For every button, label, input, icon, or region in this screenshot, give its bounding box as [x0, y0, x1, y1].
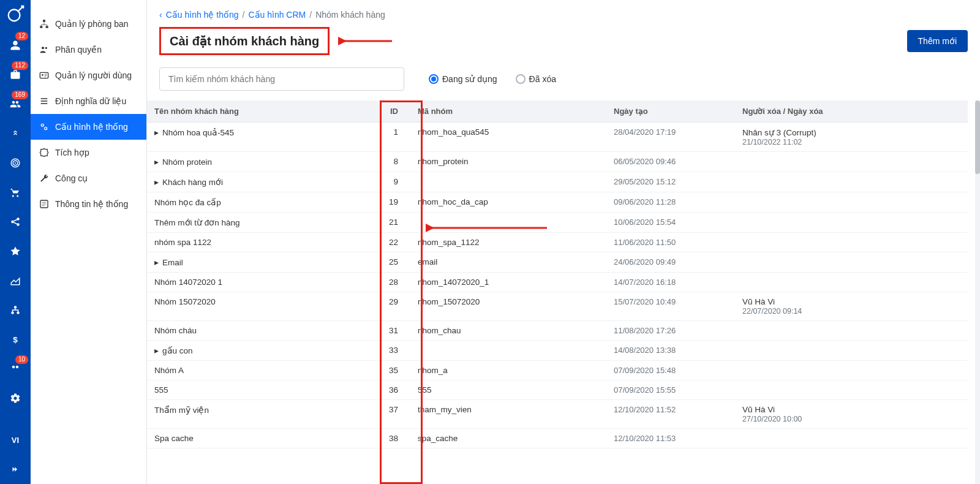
scrollbar[interactable]: [975, 100, 980, 484]
sidebar-item-data-def[interactable]: Định nghĩa dữ liệu: [31, 88, 146, 114]
sidebar-item-users[interactable]: Quản lý người dùng: [31, 62, 146, 88]
cell-deleted: [735, 361, 968, 380]
caret-right-icon: ▸: [154, 128, 159, 137]
table-row[interactable]: Spa cache38spa_cache12/10/2020 11:53: [147, 429, 968, 448]
cell-deleted: [735, 273, 968, 292]
cell-deleted: [735, 252, 968, 273]
th-name[interactable]: Tên nhóm khách hàng: [147, 100, 368, 123]
iconbar-item-share[interactable]: [0, 207, 31, 236]
cell-deleted: [735, 429, 968, 448]
puzzle-icon: [39, 148, 49, 157]
iconbar-item-target[interactable]: [0, 148, 31, 178]
cell-code: spa_cache: [410, 429, 606, 448]
iconbar-item-handshake[interactable]: [0, 119, 31, 148]
filter-deleted-radio[interactable]: Đã xóa: [516, 74, 556, 84]
th-created[interactable]: Ngày tạo: [606, 100, 735, 123]
cell-name: Thẩm mỹ viện: [147, 400, 368, 429]
table-row[interactable]: Nhóm A35nhom_a07/09/2020 15:48: [147, 361, 968, 380]
sidebar-item-label: Định nghĩa dữ liệu: [55, 96, 126, 106]
sidebar-item-integration[interactable]: Tích hợp: [31, 140, 146, 165]
cell-name: Nhóm 15072020: [147, 292, 368, 321]
cell-name: ▸Nhóm hoa quả-545: [147, 123, 368, 152]
filter-active-radio[interactable]: Đang sử dụng: [429, 74, 497, 84]
table-row[interactable]: Nhóm 1507202029nhom_1507202015/07/2020 1…: [147, 292, 968, 321]
caret-right-icon: ▸: [154, 178, 159, 187]
iconbar-item-chart[interactable]: [0, 266, 31, 295]
cell-id: 22: [368, 233, 410, 252]
badge: 12: [15, 32, 28, 40]
table-row[interactable]: Thẩm mỹ viện37tham_my_vien12/10/2020 11:…: [147, 400, 968, 429]
cell-created: 11/06/2020 11:50: [606, 233, 735, 252]
add-new-button[interactable]: Thêm mới: [907, 30, 968, 52]
cell-id: 31: [368, 321, 410, 341]
cell-code: [410, 172, 606, 192]
iconbar-item-cart[interactable]: [0, 178, 31, 207]
cell-created: 10/06/2020 15:54: [606, 213, 735, 233]
iconbar-item-group[interactable]: 169: [0, 89, 31, 119]
sidebar-item-label: Phân quyền: [55, 45, 102, 55]
th-deleted[interactable]: Người xóa / Ngày xóa: [735, 100, 968, 123]
table-row[interactable]: Nhóm 14072020 128nhom_14072020_114/07/20…: [147, 273, 968, 292]
table-row[interactable]: ▸Email25email24/06/2020 09:49: [147, 252, 968, 273]
table-row[interactable]: 5553655507/09/2020 15:55: [147, 380, 968, 400]
cell-name: Spa cache: [147, 429, 368, 448]
iconbar-item-star[interactable]: [0, 236, 31, 266]
cell-code: 555: [410, 380, 606, 400]
svg-text:$: $: [13, 335, 18, 344]
svg-point-15: [45, 47, 47, 49]
table-row[interactable]: ▸Khách hàng mới929/05/2020 15:12: [147, 172, 968, 192]
table-row[interactable]: ▸gấu con3314/08/2020 13:38: [147, 341, 968, 361]
sidebar-item-tools[interactable]: Công cụ: [31, 165, 146, 191]
radio-label: Đã xóa: [529, 74, 556, 84]
cell-id: 9: [368, 172, 410, 192]
cell-created: 07/09/2020 15:55: [606, 380, 735, 400]
chevron-left-icon: ‹: [159, 10, 162, 20]
iconbar-item-dollar[interactable]: $: [0, 325, 31, 354]
app-logo[interactable]: [6, 5, 24, 23]
cell-deleted: [735, 341, 968, 361]
breadcrumb-link[interactable]: Cấu hình CRM: [248, 10, 306, 20]
cell-id: 35: [368, 361, 410, 380]
cell-id: 38: [368, 429, 410, 448]
svg-point-18: [41, 124, 43, 126]
table-wrapper: Tên nhóm khách hàng ID Mã nhóm Ngày tạo …: [147, 100, 980, 484]
search-input[interactable]: [159, 67, 404, 91]
cell-created: 24/06/2020 09:49: [606, 252, 735, 273]
iconbar-item-user[interactable]: 12: [0, 31, 31, 60]
table-row[interactable]: ▸Nhóm hoa quả-5451nhom_hoa_qua54528/04/2…: [147, 123, 968, 152]
sidebar-item-permissions[interactable]: Phân quyền: [31, 37, 146, 62]
table-row[interactable]: ▸Nhóm protein8nhom_protein06/05/2020 09:…: [147, 152, 968, 172]
caret-right-icon: ▸: [154, 157, 159, 167]
table-row[interactable]: Thêm mới từ đơn hàng2110/06/2020 15:54: [147, 213, 968, 233]
iconbar-item-org[interactable]: [0, 295, 31, 325]
breadcrumb-current: Nhóm khách hàng: [315, 10, 385, 20]
sidebar-item-departments[interactable]: Quản lý phòng ban: [31, 11, 146, 37]
breadcrumb-link[interactable]: Cấu hình hệ thống: [166, 10, 239, 20]
cell-id: 1: [368, 123, 410, 152]
iconbar-item-gear[interactable]: [0, 384, 31, 413]
sidebar-item-system-info[interactable]: Thông tin hệ thống: [31, 191, 146, 217]
iconbar-item-briefcase[interactable]: 112: [0, 60, 31, 89]
cell-deleted: [735, 213, 968, 233]
radio-dot-on: [429, 74, 439, 84]
table-row[interactable]: nhóm spa 112222nhom_spa_112211/06/2020 1…: [147, 233, 968, 252]
cell-code: nhom_hoa_qua545: [410, 123, 606, 152]
table-row[interactable]: Nhóm cháu31nhom_chau11/08/2020 17:26: [147, 321, 968, 341]
cell-deleted: [735, 321, 968, 341]
cell-id: 33: [368, 341, 410, 361]
cell-deleted: Vũ Hà Vi27/10/2020 10:00: [735, 400, 968, 429]
sidebar-item-system-config[interactable]: Cấu hình hệ thống: [31, 114, 146, 140]
iconbar-lang[interactable]: VI: [0, 425, 31, 455]
radio-label: Đang sử dụng: [442, 74, 497, 84]
cell-name: Nhóm A: [147, 361, 368, 380]
th-code[interactable]: Mã nhóm: [410, 100, 606, 123]
cell-id: 19: [368, 192, 410, 213]
iconbar-item-team[interactable]: 10: [0, 354, 31, 384]
page-title: Cài đặt nhóm khách hàng: [170, 34, 319, 48]
th-id[interactable]: ID: [368, 100, 410, 123]
iconbar-collapse[interactable]: [0, 455, 31, 484]
svg-point-17: [42, 74, 43, 76]
wrench-icon: [39, 173, 49, 183]
cell-created: 14/08/2020 13:38: [606, 341, 735, 361]
table-row[interactable]: Nhóm học đa cấp19nhom_hoc_da_cap09/06/20…: [147, 192, 968, 213]
